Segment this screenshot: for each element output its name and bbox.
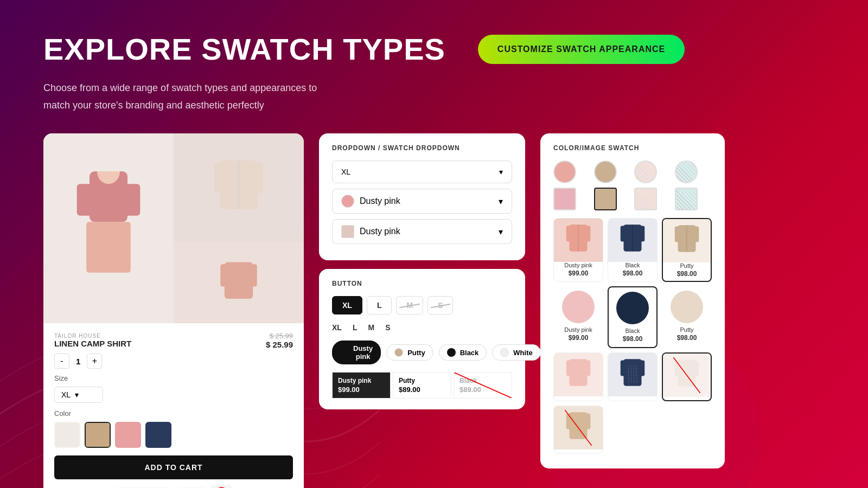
button-panel-title: BUTTON (332, 280, 512, 287)
size-btn-xl[interactable]: XL (332, 296, 362, 314)
qty-minus-button[interactable]: - (54, 354, 69, 369)
color-swatch-group (54, 422, 293, 448)
size-text-m[interactable]: M (368, 321, 374, 334)
top-swatch-squares (553, 188, 712, 210)
swatch-sq-striped2[interactable] (675, 188, 698, 210)
swatch-circle-striped2[interactable] (675, 160, 698, 183)
thumb-lt-pink[interactable] (553, 352, 603, 401)
swatch-sq-pink[interactable] (553, 188, 576, 210)
color-chip-black[interactable]: Black (439, 344, 487, 361)
svg-rect-26 (675, 227, 680, 242)
thumb-white-striked[interactable] (662, 352, 712, 401)
chip-dot-dustypink (340, 348, 349, 357)
color-label: Color (54, 409, 293, 418)
svg-rect-13 (86, 423, 111, 448)
size-btn-l[interactable]: L (367, 296, 392, 314)
svg-rect-45 (585, 414, 590, 429)
color-chip-putty[interactable]: Putty (386, 344, 433, 361)
swatch-circle-beige[interactable] (594, 160, 617, 183)
swatch-circle-pink[interactable] (553, 160, 576, 183)
thumb-beige-striked[interactable] (553, 406, 603, 453)
swatch-sq-striped1[interactable] (634, 188, 657, 210)
qty-value: 1 (76, 357, 80, 366)
chip-dot-black (447, 348, 456, 357)
add-to-cart-button[interactable]: ADD TO CART (54, 455, 293, 479)
svg-rect-23 (639, 226, 644, 242)
svg-rect-41 (693, 361, 699, 377)
svg-rect-7 (252, 163, 263, 193)
product-thumb-row1: Dusty pink $99.00 Black $98.00 (553, 218, 712, 282)
size-btn-s[interactable]: S (427, 296, 453, 314)
product-card: TAILOR HOUSE LINEN CAMP SHIRT $ 25,99 $ … (43, 133, 304, 488)
product-thumb-2[interactable] (174, 242, 304, 323)
size-text-xl[interactable]: XL (332, 321, 342, 334)
swatch-beige[interactable] (85, 422, 111, 448)
size-dropdown[interactable]: XL ▾ (54, 387, 103, 403)
payment-methods: NOW/PAY LATER PayPal 🔴 (54, 485, 293, 488)
color-price-black[interactable]: Black $89.00 (454, 372, 512, 399)
size-button-group: XL L M S (332, 296, 512, 314)
qty-plus-button[interactable]: + (87, 354, 102, 369)
svg-rect-6 (214, 163, 225, 193)
dropdown-swatch-circle (341, 195, 354, 208)
svg-rect-19 (585, 226, 590, 242)
subtitle: Choose from a wide range of swatch types… (43, 79, 347, 114)
product-main-image (43, 133, 174, 323)
svg-rect-32 (624, 359, 642, 387)
circle-swatch-putty[interactable]: Putty $98.00 (662, 286, 712, 348)
thumb-putty[interactable]: Putty $98.00 (662, 218, 712, 282)
product-thumb-1[interactable] (174, 133, 304, 242)
color-chip-dustypink[interactable]: Dusty pink (332, 341, 381, 364)
swatch-pink[interactable] (115, 422, 141, 448)
size-btn-m[interactable]: M (396, 296, 423, 314)
price-old: $ 25,99 (266, 332, 293, 340)
svg-rect-34 (639, 361, 644, 376)
svg-rect-27 (693, 227, 699, 242)
thumb-black-shirt[interactable]: Black $98.00 (608, 218, 658, 282)
svg-rect-9 (225, 262, 253, 299)
top-swatch-circles (553, 160, 712, 183)
size-text-group: XL L M S (332, 321, 512, 334)
size-label: Size (54, 374, 293, 382)
color-dropdown-2[interactable]: Dusty pink ▾ (332, 219, 512, 244)
color-chip-group: Dusty pink Putty Black White (332, 341, 512, 364)
svg-rect-43 (570, 413, 588, 440)
product-name: LINEN CAMP SHIRT (54, 339, 131, 348)
svg-rect-18 (566, 226, 572, 242)
thumb-dustypink[interactable]: Dusty pink $99.00 (553, 218, 603, 282)
svg-rect-4 (86, 222, 131, 273)
svg-rect-2 (124, 184, 140, 216)
svg-rect-39 (678, 360, 696, 387)
color-image-panel: COLOR/IMAGE SWATCH (540, 133, 725, 468)
payment-mastercard: 🔴 (211, 485, 232, 488)
svg-rect-14 (116, 423, 141, 448)
color-circle-row: Dusty pink $99.00 Black $98.00 Putty $98… (553, 286, 712, 348)
color-chip-white[interactable]: White (492, 344, 540, 361)
color-price-putty[interactable]: Putty $89.00 (393, 372, 451, 399)
svg-rect-12 (55, 423, 80, 448)
customize-button[interactable]: CUSTOMIZE SWATCH APPEARANCE (478, 35, 685, 64)
svg-rect-31 (585, 361, 590, 376)
swatch-sq-beige-active[interactable] (594, 188, 617, 210)
circle-swatch-black[interactable]: Black $98.00 (608, 286, 658, 348)
color-price-grid: Dusty pink $99.00 Putty $89.00 Black $89… (332, 372, 512, 399)
size-text-s[interactable]: S (385, 321, 390, 334)
swatch-navy[interactable] (145, 422, 171, 448)
swatch-circle-striped1[interactable] (634, 160, 657, 183)
size-text-l[interactable]: L (353, 321, 358, 334)
svg-rect-29 (570, 359, 588, 387)
svg-rect-10 (220, 265, 228, 287)
swatch-white[interactable] (54, 422, 80, 448)
dropdown-swatch-square (341, 225, 354, 238)
color-dropdown-1[interactable]: Dusty pink ▾ (332, 189, 512, 214)
button-panel: BUTTON XL L M S XL L M S (319, 269, 525, 409)
shop-name: TAILOR HOUSE (54, 333, 131, 339)
price-new: $ 25.99 (266, 340, 293, 349)
circle-swatch-dustypink[interactable]: Dusty pink $99.00 (553, 286, 603, 348)
chip-dot-white (500, 348, 509, 357)
thumb-dark-navy[interactable] (608, 352, 658, 401)
size-dropdown-xl[interactable]: XL ▾ (332, 160, 512, 183)
color-price-dustypink[interactable]: Dusty pink $99.00 (332, 372, 391, 399)
color-image-panel-title: COLOR/IMAGE SWATCH (553, 144, 712, 152)
page-title: EXPLORE SWATCH TYPES (43, 33, 445, 66)
